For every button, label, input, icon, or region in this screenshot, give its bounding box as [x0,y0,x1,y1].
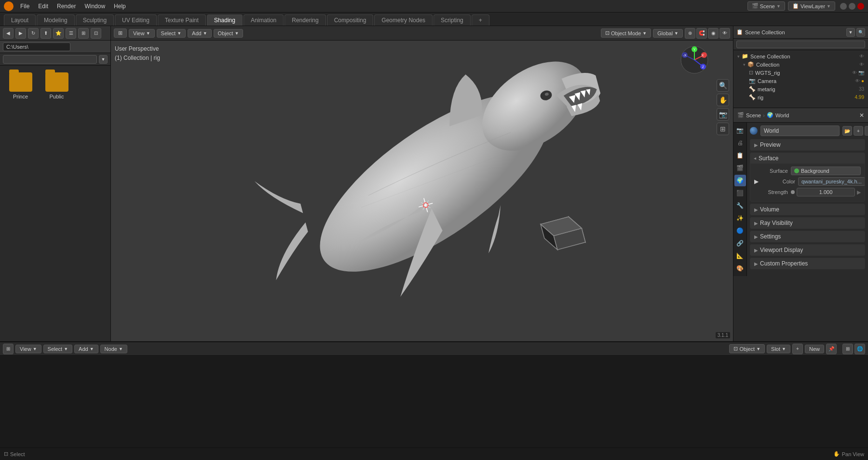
breadcrumb-world[interactable]: World [775,112,789,118]
section-volume-header[interactable]: ▶ Volume [750,204,865,215]
camera-view-btn[interactable]: 📷 [717,108,729,121]
prop-constraint-icon-btn[interactable]: 🔗 [734,237,746,249]
tab-rendering[interactable]: Rendering [285,14,326,26]
mode-selector[interactable]: ⊡ Object Mode ▼ [601,28,651,38]
menu-window[interactable]: Window [81,2,109,11]
node-view-mode[interactable]: 🌐 [854,344,865,354]
transform-pivot[interactable]: ⊕ [685,28,695,39]
section-ray-vis-header[interactable]: ▶ Ray Visibility [750,218,865,228]
world-new-btn[interactable]: + [854,126,863,136]
outliner-rig[interactable]: 🦴 rig 4.99 [735,93,866,101]
outliner-metarig[interactable]: 🦴 metarig 33 [735,85,866,93]
maximize-button[interactable] [849,3,855,10]
tab-shading[interactable]: Shading [207,14,243,26]
proportional-edit[interactable]: ◉ [708,28,719,39]
prop-world-icon-btn[interactable]: 🌍 [734,175,746,186]
world-close-btn[interactable]: ✕ [865,126,868,136]
menu-render[interactable]: Render [53,2,80,11]
bookmark-button[interactable]: ⭐ [53,28,64,39]
parent-button[interactable]: ⬆ [41,28,51,39]
menu-help[interactable]: Help [110,2,130,11]
scene-col-vis[interactable]: 👁 [859,54,864,59]
outliner-collection[interactable]: ▾ 📦 Collection 👁 [735,60,866,69]
search-input[interactable] [3,55,97,64]
node-editor-type-btn[interactable]: ⊞ [3,344,14,354]
close-button[interactable] [857,3,864,10]
path-input[interactable] [3,42,70,51]
tab-geometry-nodes[interactable]: Geometry Nodes [374,14,433,26]
prop-render-icon-btn[interactable]: 📷 [734,125,746,136]
world-browse-btn[interactable]: 📂 [842,126,852,136]
add-slot-btn[interactable]: + [792,344,803,354]
grid-btn[interactable]: ⊞ [717,123,729,135]
surface-type-value[interactable]: Background [791,167,861,175]
wgts-render-icon[interactable]: 📷 [858,70,864,75]
show-overlays[interactable]: 👁 [719,28,730,39]
select-menu[interactable]: Select ▼ [157,29,186,38]
tab-compositing[interactable]: Compositing [327,14,374,26]
refresh-button[interactable]: ↻ [28,28,39,39]
add-menu[interactable]: Add ▼ [188,29,212,38]
outliner-wgts-rig[interactable]: ⊡ WGTS_rig 👁 📷 [735,69,866,77]
prop-material-icon-btn[interactable]: 🎨 [734,263,746,274]
filter-button[interactable]: ▼ [99,55,108,64]
folder-public[interactable]: Public [41,70,72,101]
node-type-selector[interactable]: ⊡ Object ▼ [729,344,765,353]
wgts-eye-icon[interactable]: 👁 [852,70,857,75]
prop-particles-icon-btn[interactable]: ✨ [734,212,746,224]
tab-scripting[interactable]: Scripting [434,14,471,26]
node-select-menu[interactable]: Select ▼ [43,345,73,353]
tab-sculpting[interactable]: Sculpting [76,14,114,26]
prop-data-icon-btn[interactable]: 📐 [734,250,746,262]
node-zoom-fit[interactable]: ⊞ [842,344,853,354]
move-btn[interactable]: ✋ [717,94,729,106]
node-node-menu[interactable]: Node ▼ [100,345,127,353]
section-surface-header[interactable]: ▾ Surface [750,153,865,164]
outliner-scene-collection[interactable]: ▾ 📁 Scene Collection 👁 [735,52,866,60]
section-custom-props-header[interactable]: ▶ Custom Properties [750,258,865,269]
prop-view-icon-btn[interactable]: 📋 [734,150,746,161]
view-grid[interactable]: ⊞ [78,28,89,39]
breadcrumb-scene[interactable]: Scene [746,112,761,118]
tab-animation[interactable]: Animation [244,14,284,26]
prop-physics-icon-btn[interactable]: 🔵 [734,225,746,237]
node-view-menu[interactable]: View ▼ [15,345,41,353]
collection-vis[interactable]: 👁 [859,62,864,67]
outliner-camera[interactable]: 📷 Camera 👁 ● [735,77,866,85]
prop-header-close[interactable]: ✕ [859,112,864,119]
tab-uv-editing[interactable]: UV Editing [115,14,157,26]
collapse-arrow-scene[interactable]: ▾ [737,54,740,59]
view-list[interactable]: ☰ [66,28,76,39]
color-expand-arrow[interactable]: ▶ [754,178,759,185]
global-selector[interactable]: Global ▼ [653,29,683,38]
view-icons[interactable]: ⊡ [91,28,101,39]
new-node-btn[interactable]: New [805,345,824,353]
slot-selector[interactable]: Slot ▼ [767,345,790,353]
outliner-filter-btn[interactable]: ▼ [846,28,855,37]
collapse-arrow-collection[interactable]: ▾ [743,62,746,67]
tab-texture-paint[interactable]: Texture Paint [158,14,206,26]
prop-modifier-icon-btn[interactable]: 🔧 [734,200,746,211]
outliner-search-btn[interactable]: 🔍 [856,28,865,37]
scene-selector[interactable]: 🎬 Scene ▼ [747,1,785,11]
section-settings-header[interactable]: ▶ Settings [750,231,865,242]
folder-prince[interactable]: Prince [5,70,36,101]
node-add-menu[interactable]: Add ▼ [74,345,98,353]
outliner-search-input[interactable] [736,41,865,48]
forward-button[interactable]: ▶ [15,28,26,39]
prop-output-icon-btn[interactable]: 🖨 [734,137,746,149]
tab-add[interactable]: + [472,14,489,26]
camera-eye[interactable]: 👁 [855,78,860,84]
viewlayer-selector[interactable]: 📋 ViewLayer ▼ [788,1,835,11]
menu-edit[interactable]: Edit [34,2,52,11]
object-menu[interactable]: Object ▼ [214,29,244,38]
view-menu[interactable]: View ▼ [129,29,155,38]
section-vp-display-header[interactable]: ▶ Viewport Display [750,245,865,255]
strength-value[interactable]: 1.000 [797,188,855,196]
color-node-value[interactable]: qwantani_puresky_4k.h... [798,177,865,186]
tab-layout[interactable]: Layout [4,14,36,26]
world-name-input[interactable]: World [760,125,840,136]
pin-btn[interactable]: 📌 [826,344,837,354]
back-button[interactable]: ◀ [3,28,14,39]
zoom-in-btn[interactable]: 🔍 [717,79,729,92]
